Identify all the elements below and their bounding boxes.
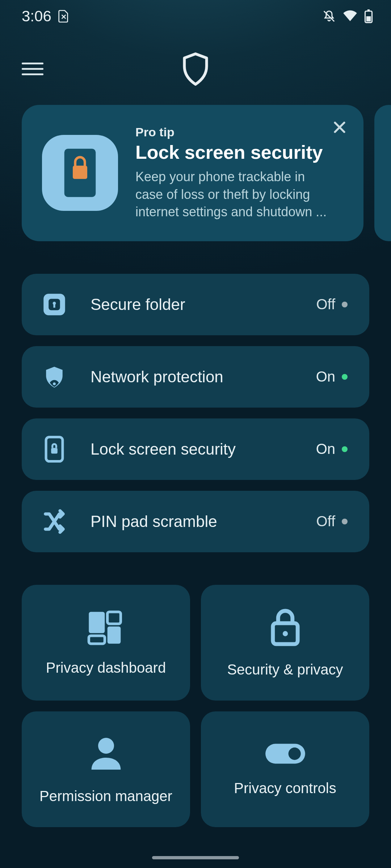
tile-security-privacy[interactable]: Security & privacy (201, 585, 369, 701)
svg-rect-12 (51, 448, 58, 454)
tile-label: Privacy controls (234, 780, 336, 796)
svg-line-0 (324, 11, 335, 22)
row-status: On (316, 369, 348, 385)
status-dot-off (342, 519, 348, 524)
tip-body: Keep your phone trackable in case of los… (135, 168, 327, 221)
tip-carousel[interactable]: Pro tip Lock screen security Keep your p… (22, 105, 369, 241)
status-time: 3:06 (22, 8, 51, 25)
tip-card[interactable]: Pro tip Lock screen security Keep your p… (22, 105, 363, 241)
menu-button[interactable] (22, 58, 43, 80)
tip-card-next-peek[interactable] (374, 105, 391, 241)
network-protection-icon (40, 364, 69, 390)
svg-rect-9 (53, 304, 55, 308)
status-bar: 3:06 (0, 0, 391, 33)
svg-point-10 (53, 382, 56, 385)
person-icon (86, 734, 126, 774)
tip-title: Lock screen security (135, 141, 327, 163)
status-dot-on (342, 374, 348, 380)
tip-card-icon (42, 135, 118, 211)
svg-point-21 (288, 748, 300, 760)
row-status: On (316, 441, 348, 457)
row-label: Secure folder (91, 295, 316, 314)
security-toggle-list: Secure folder Off Network protection On (22, 274, 369, 552)
row-secure-folder[interactable]: Secure folder Off (22, 274, 369, 335)
svg-rect-14 (107, 612, 121, 624)
svg-point-19 (98, 738, 114, 754)
status-dot-off (342, 302, 348, 307)
app-header (0, 33, 391, 105)
tip-close-button[interactable] (332, 119, 348, 135)
row-label: PIN pad scramble (91, 512, 316, 531)
svg-rect-16 (107, 626, 121, 644)
row-status: Off (316, 296, 348, 312)
lock-screen-icon (40, 436, 69, 463)
svg-rect-2 (367, 9, 370, 11)
svg-rect-3 (366, 16, 371, 21)
svg-rect-15 (89, 636, 105, 644)
status-text: On (316, 369, 335, 385)
svg-rect-13 (89, 612, 105, 633)
row-network-protection[interactable]: Network protection On (22, 346, 369, 408)
tile-privacy-controls[interactable]: Privacy controls (201, 711, 369, 827)
toggle-icon (264, 742, 307, 766)
wifi-icon (342, 10, 358, 22)
app-logo-shield-icon (181, 52, 210, 86)
tile-label: Security & privacy (227, 661, 343, 678)
notifications-off-icon (322, 9, 336, 23)
shuffle-icon (40, 509, 69, 534)
row-label: Lock screen security (91, 440, 316, 458)
tile-label: Privacy dashboard (46, 660, 166, 676)
row-label: Network protection (91, 368, 316, 386)
status-text: On (316, 441, 335, 457)
tip-card-text: Pro tip Lock screen security Keep your p… (135, 125, 342, 221)
dashboard-icon (86, 609, 126, 645)
tile-grid: Privacy dashboard Security & privacy Per… (22, 585, 369, 827)
svg-rect-5 (73, 166, 87, 179)
battery-icon (364, 9, 373, 23)
svg-point-18 (282, 631, 287, 636)
status-dot-on (342, 446, 348, 452)
tile-permission-manager[interactable]: Permission manager (22, 711, 190, 827)
tile-label: Permission manager (39, 788, 172, 804)
status-right (322, 9, 373, 23)
lock-icon (269, 607, 302, 647)
tip-eyebrow: Pro tip (135, 125, 327, 139)
status-text: Off (316, 296, 335, 312)
row-pin-pad-scramble[interactable]: PIN pad scramble Off (22, 491, 369, 552)
navigation-handle[interactable] (152, 856, 239, 859)
close-icon (332, 119, 348, 135)
tile-privacy-dashboard[interactable]: Privacy dashboard (22, 585, 190, 701)
status-sim-icon (58, 9, 70, 23)
row-status: Off (316, 513, 348, 529)
status-left: 3:06 (22, 8, 70, 25)
status-text: Off (316, 513, 335, 529)
row-lock-screen-security[interactable]: Lock screen security On (22, 418, 369, 480)
secure-folder-icon (40, 292, 69, 317)
